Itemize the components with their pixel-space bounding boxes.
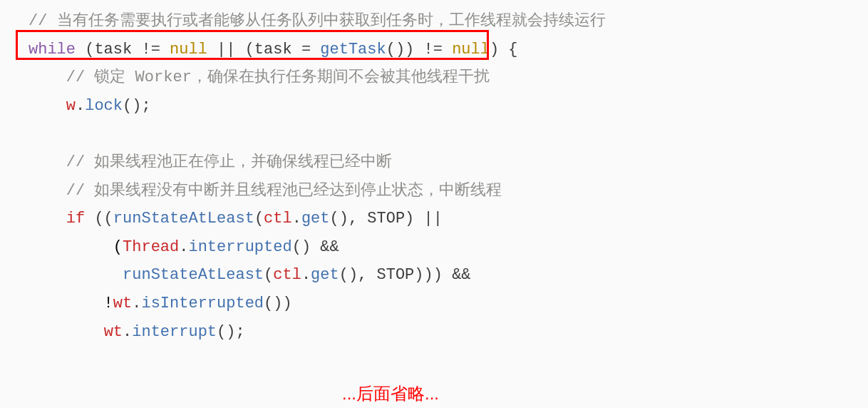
code-line-10: runStateAtLeast(ctl.get(), STOP))) && [0, 261, 868, 290]
space [311, 41, 320, 58]
code-text: (), STOP))) && [339, 266, 471, 284]
comment-text: // 如果线程池正在停止，并确保线程已经中断 [29, 153, 392, 171]
code-line-9: (Thread.interrupted() && [0, 233, 868, 262]
dot: . [132, 295, 141, 312]
class-name: Thread [123, 238, 179, 256]
code-line-12: wt.interrupt(); [0, 318, 868, 347]
method-call: isInterrupted [141, 295, 264, 312]
dot: . [292, 210, 301, 228]
code-line-6: // 如果线程池正在停止，并确保线程已经中断 [0, 148, 868, 177]
punctuation: (); [123, 97, 151, 115]
indent: ( [29, 238, 123, 256]
while-keyword: while [29, 41, 76, 58]
method-call: interrupted [188, 238, 291, 256]
punctuation: ()) [264, 295, 292, 312]
method-call: get [301, 210, 330, 228]
operator: = [301, 41, 311, 58]
null-keyword: null [170, 41, 207, 58]
variable: wt [113, 295, 132, 312]
indent [29, 323, 104, 341]
variable: w [66, 97, 76, 115]
punctuation: ( [264, 266, 273, 284]
comment-text: // 如果线程没有中断并且线程池已经达到停止状态，中断线程 [29, 182, 502, 200]
method-call: lock [85, 97, 123, 115]
indent [29, 97, 66, 115]
operator: != [424, 41, 443, 58]
punctuation: (( [85, 210, 113, 228]
variable: ctl [264, 210, 292, 228]
punctuation: ( [254, 210, 264, 228]
code-text: ()) [386, 41, 424, 58]
method-call: get [311, 266, 339, 284]
operator: != [141, 41, 160, 58]
indent: ! [29, 295, 113, 312]
variable: ctl [273, 266, 301, 284]
code-line-8: if ((runStateAtLeast(ctl.get(), STOP) || [0, 205, 868, 233]
dot: . [179, 238, 188, 256]
comment-text: // 锁定 Worker，确保在执行任务期间不会被其他线程干扰 [29, 68, 490, 86]
space [160, 41, 170, 58]
code-line-2: while (task != null || (task = getTask()… [0, 36, 868, 64]
code-container: // 当有任务需要执行或者能够从任务队列中获取到任务时，工作线程就会持续运行 w… [0, 0, 868, 353]
indent [29, 266, 123, 284]
code-text: (task [76, 41, 141, 58]
annotation-text: ...后面省略... [342, 378, 439, 408]
code-line-4: w.lock(); [0, 92, 868, 121]
code-line-1: // 当有任务需要执行或者能够从任务队列中获取到任务时，工作线程就会持续运行 [0, 7, 868, 36]
code-text: ) { [490, 41, 518, 58]
code-line-3: // 锁定 Worker，确保在执行任务期间不会被其他线程干扰 [0, 63, 868, 92]
code-text: || (task [207, 41, 301, 58]
dot: . [301, 266, 311, 284]
comment-text: // 当有任务需要执行或者能够从任务队列中获取到任务时，工作线程就会持续运行 [29, 12, 606, 30]
code-text: () && [292, 238, 339, 256]
method-call: runStateAtLeast [123, 266, 264, 284]
method-call: interrupt [132, 323, 217, 341]
code-text: (), STOP) || [330, 210, 443, 228]
code-line-11: !wt.isInterrupted()) [0, 290, 868, 318]
code-line-5 [0, 120, 868, 148]
dot: . [123, 323, 132, 341]
space [443, 41, 452, 58]
dot: . [76, 97, 85, 115]
method-call: runStateAtLeast [113, 210, 254, 228]
code-line-7: // 如果线程没有中断并且线程池已经达到停止状态，中断线程 [0, 177, 868, 205]
if-keyword: if [66, 210, 85, 228]
indent [29, 210, 66, 228]
punctuation: (); [217, 323, 245, 341]
null-keyword: null [452, 41, 490, 58]
variable: wt [104, 323, 123, 341]
method-call: getTask [320, 41, 386, 58]
